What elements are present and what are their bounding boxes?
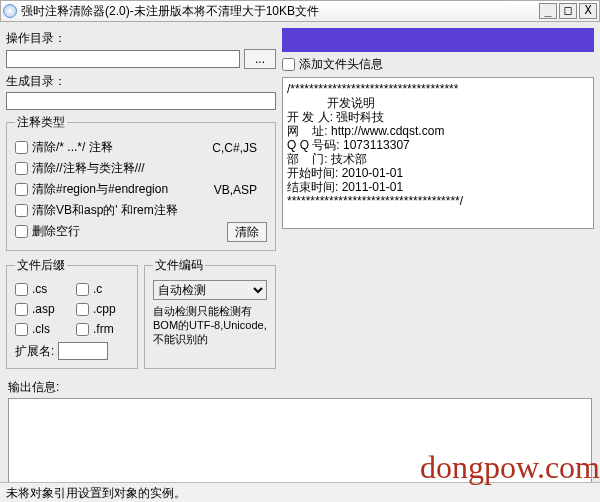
encoding-legend: 文件编码	[153, 257, 205, 274]
clear-button[interactable]: 清除	[227, 222, 267, 242]
chk-asp[interactable]	[15, 303, 28, 316]
out-dir-input[interactable]	[6, 92, 276, 110]
chk-line-comment[interactable]	[15, 162, 28, 175]
lang-vb: VB,ASP	[214, 183, 257, 197]
app-icon	[3, 4, 17, 18]
chk-blank-lines[interactable]	[15, 225, 28, 238]
chk-vb-rem[interactable]	[15, 204, 28, 217]
encoding-group: 文件编码 自动检测 自动检测只能检测有BOM的UTF-8,Unicode,不能识…	[144, 257, 276, 369]
close-button[interactable]: X	[579, 3, 597, 19]
ext-label: 扩展名:	[15, 343, 54, 360]
dev-info-text[interactable]: /************************************ 开发…	[282, 77, 594, 229]
suffix-legend: 文件后缀	[15, 257, 67, 274]
chk-region[interactable]	[15, 183, 28, 196]
chk-block-comment[interactable]	[15, 141, 28, 154]
window-title: 强时注释清除器(2.0)-未注册版本将不清理大于10KB文件	[21, 3, 539, 20]
comment-types-legend: 注释类型	[15, 114, 67, 131]
maximize-button[interactable]: □	[559, 3, 577, 19]
minimize-button[interactable]: _	[539, 3, 557, 19]
banner	[282, 28, 594, 52]
op-dir-browse-button[interactable]: ...	[244, 49, 276, 69]
chk-cls[interactable]	[15, 323, 28, 336]
op-dir-label: 操作目录：	[6, 30, 276, 47]
chk-cpp[interactable]	[76, 303, 89, 316]
encoding-select[interactable]: 自动检测	[153, 280, 267, 300]
encoding-hint: 自动检测只能检测有BOM的UTF-8,Unicode,不能识别的	[153, 304, 267, 346]
suffix-group: 文件后缀 .cs .c .asp .cpp .cls .frm 扩展名:	[6, 257, 138, 369]
chk-add-header[interactable]	[282, 58, 295, 71]
chk-cs[interactable]	[15, 283, 28, 296]
status-bar: 未将对象引用设置到对象的实例。	[0, 482, 600, 502]
op-dir-input[interactable]	[6, 50, 240, 68]
titlebar: 强时注释清除器(2.0)-未注册版本将不清理大于10KB文件 _ □ X	[0, 0, 600, 22]
ext-input[interactable]	[58, 342, 108, 360]
lang-c: C,C#,JS	[212, 141, 257, 155]
chk-c[interactable]	[76, 283, 89, 296]
output-label: 输出信息:	[8, 379, 592, 396]
chk-frm[interactable]	[76, 323, 89, 336]
comment-types-group: 注释类型 清除/* ...*/ 注释 C,C#,JS 清除//注释与类注释///…	[6, 114, 276, 251]
out-dir-label: 生成目录：	[6, 73, 276, 90]
